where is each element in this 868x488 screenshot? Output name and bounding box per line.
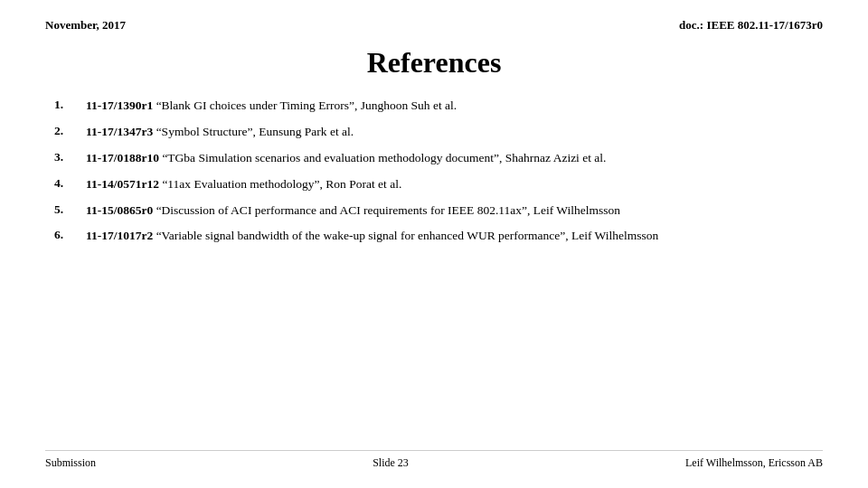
footer: Submission Slide 23 Leif Wilhelmsson, Er… [45, 450, 823, 470]
header-doc: doc.: IEEE 802.11-17/1673r0 [679, 18, 823, 33]
slide-title: References [45, 46, 823, 80]
ref-text-6: 11-17/1017r2 “Variable signal bandwidth … [86, 228, 658, 245]
ref-number-3: 3. [54, 150, 86, 164]
ref-item-1: 1.11-17/1390r1 “Blank GI choices under T… [54, 98, 823, 115]
ref-text-5: 11-15/0865r0 “Discussion of ACI performa… [86, 202, 620, 220]
ref-text-3: 11-17/0188r10 “TGba Simulation scenarios… [86, 150, 606, 167]
title-section: References [45, 46, 823, 80]
header-date: November, 2017 [45, 18, 126, 33]
ref-text-2: 11-17/1347r3 “Symbol Structure”, Eunsung… [86, 124, 354, 141]
ref-number-4: 4. [54, 176, 86, 191]
ref-item-3: 3.11-17/0188r10 “TGba Simulation scenari… [54, 150, 823, 167]
ref-item-6: 6.11-17/1017r2 “Variable signal bandwidt… [54, 228, 823, 245]
ref-item-2: 2.11-17/1347r3 “Symbol Structure”, Eunsu… [54, 124, 823, 141]
slide: November, 2017 doc.: IEEE 802.11-17/1673… [0, 0, 868, 488]
footer-author: Leif Wilhelmsson, Ericsson AB [685, 456, 823, 470]
ref-number-6: 6. [54, 228, 86, 242]
ref-number-2: 2. [54, 124, 86, 138]
footer-submission: Submission [45, 456, 96, 470]
footer-slide: Slide 23 [373, 456, 409, 470]
ref-item-4: 4.11-14/0571r12 “11ax Evaluation methodo… [54, 176, 823, 193]
ref-text-1: 11-17/1390r1 “Blank GI choices under Tim… [86, 98, 457, 115]
references-list: 1.11-17/1390r1 “Blank GI choices under T… [45, 98, 823, 446]
ref-item-5: 5.11-15/0865r0 “Discussion of ACI perfor… [54, 202, 823, 220]
ref-number-1: 1. [54, 98, 86, 112]
header: November, 2017 doc.: IEEE 802.11-17/1673… [45, 18, 823, 33]
ref-number-5: 5. [54, 202, 86, 217]
ref-text-4: 11-14/0571r12 “11ax Evaluation methodolo… [86, 176, 401, 193]
